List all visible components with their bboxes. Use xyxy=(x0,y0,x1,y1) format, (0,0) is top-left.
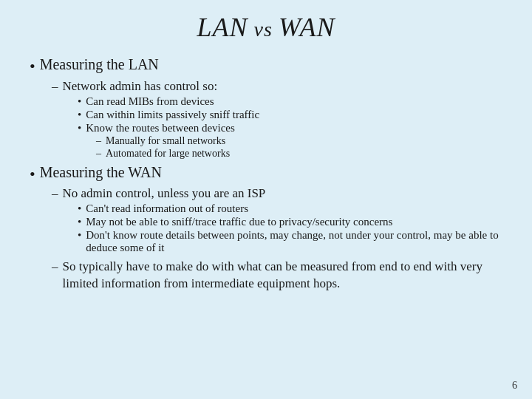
title-lan: LAN xyxy=(197,13,248,42)
bullet-dot-s2-2: • xyxy=(78,216,81,228)
bullet-dot-1: • xyxy=(30,56,35,78)
section2-item-1: • Can't read information out of routers xyxy=(78,202,502,215)
bullet-dot-s2-1: • xyxy=(78,202,81,215)
section1-subitem-2-text: Automated for large networks xyxy=(106,148,230,160)
slide-title: LAN vs WAN xyxy=(197,13,335,42)
section2-summary: – So typically have to make do with what… xyxy=(52,259,502,293)
page-number: 6 xyxy=(512,380,517,392)
section2-item-2-text: May not be able to sniff/trace traffic d… xyxy=(86,216,392,228)
bullet-dot-2: • xyxy=(30,164,35,185)
section2-item-2: • May not be able to sniff/trace traffic… xyxy=(78,216,502,228)
title-wan: WAN xyxy=(279,13,335,42)
bullet-dot-s2-3: • xyxy=(78,229,81,242)
section1-subitem-2: – Automated for large networks xyxy=(96,148,502,160)
dash-2: – xyxy=(52,186,58,201)
section1-subitem-1: – Manually for small networks xyxy=(96,135,502,147)
section2-subheading: – No admin control, unless you are an IS… xyxy=(52,186,502,201)
section1-subheading-text: Network admin has control so: xyxy=(63,79,218,94)
section1-item-1-text: Can read MIBs from devices xyxy=(86,95,214,108)
content-area: • Measuring the LAN – Network admin has … xyxy=(22,50,510,384)
section1-item-2: • Can within limits passively sniff traf… xyxy=(78,109,502,121)
section1-subitem-1-text: Manually for small networks xyxy=(106,135,225,147)
section1-item-3: • Know the routes between devices xyxy=(78,122,502,134)
dash-s1-2: – xyxy=(96,148,101,160)
section1-item-3-text: Know the routes between devices xyxy=(86,122,235,134)
section2-item-3: • Don't know route details between point… xyxy=(78,229,502,254)
section2-heading: • Measuring the WAN xyxy=(30,164,502,185)
section1-item-2-text: Can within limits passively sniff traffi… xyxy=(86,109,259,121)
dash-s1-1: – xyxy=(96,135,101,147)
bullet-dot-s1-3: • xyxy=(78,122,81,134)
bullet-dot-s1-2: • xyxy=(78,109,81,121)
title-bar: LAN vs WAN xyxy=(22,7,510,50)
title-vs: vs xyxy=(248,18,279,41)
dash-3: – xyxy=(52,259,58,276)
section2-heading-text: Measuring the WAN xyxy=(40,164,162,181)
section2-item-1-text: Can't read information out of routers xyxy=(86,202,248,215)
section2-subheading-text: No admin control, unless you are an ISP xyxy=(63,186,266,201)
section1-subheading: – Network admin has control so: xyxy=(52,79,502,94)
slide: LAN vs WAN • Measuring the LAN – Network… xyxy=(0,0,532,399)
section2-item-3-text: Don't know route details between points,… xyxy=(86,229,502,254)
section1-heading: • Measuring the LAN xyxy=(30,56,502,78)
section1-item-1: • Can read MIBs from devices xyxy=(78,95,502,108)
dash-1: – xyxy=(52,79,58,94)
section2-summary-text: So typically have to make do with what c… xyxy=(63,259,503,293)
section1-heading-text: Measuring the LAN xyxy=(40,56,159,73)
bullet-dot-s1-1: • xyxy=(78,95,81,108)
